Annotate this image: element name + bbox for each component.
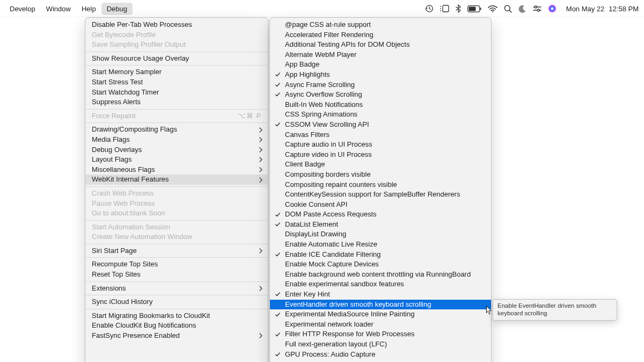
webkit-feature-item[interactable]: CSSOM View Scrolling API <box>270 120 491 130</box>
debug-menu-item[interactable]: Reset Top Sites <box>85 270 268 280</box>
checkmark-icon <box>275 312 280 317</box>
debug-menu-item[interactable]: Drawing/Compositing Flags <box>85 125 268 135</box>
debug-menu-item[interactable]: Show Resource Usage Overlay <box>85 54 268 64</box>
webkit-feature-item[interactable]: Enable Mock Capture Devices <box>270 259 491 270</box>
webkit-feature-item[interactable]: Capture video in UI Process <box>270 150 491 160</box>
debug-menu-item: Crash Web Process <box>85 189 268 199</box>
webkit-feature-item[interactable]: Compositing repaint counters visible <box>270 180 491 190</box>
debug-menu-item[interactable]: Start Migrating Bookmarks to CloudKit <box>85 311 268 321</box>
do-not-disturb-icon[interactable] <box>518 5 526 13</box>
webkit-feature-item[interactable]: Enter Key Hint <box>270 289 491 300</box>
menubar-app-items: DevelopWindowHelpDebug <box>4 3 133 15</box>
webkit-feature-item[interactable]: Canvas Filters <box>270 130 491 140</box>
debug-menu-item[interactable]: Start Stress Test <box>85 77 268 88</box>
webkit-feature-item[interactable]: Enable background web content throttling… <box>270 270 491 280</box>
bluetooth-icon[interactable] <box>456 4 461 13</box>
menu-item-label: Enable background web content throttling… <box>285 270 471 278</box>
siri-icon[interactable] <box>548 4 557 13</box>
control-center-icon[interactable] <box>533 5 541 12</box>
chevron-right-icon <box>259 127 262 133</box>
checkmark-icon <box>275 92 280 97</box>
spotlight-icon[interactable] <box>504 5 512 13</box>
debug-menu-item[interactable]: WebKit Internal Features <box>85 175 268 185</box>
checkmark-icon <box>275 73 280 77</box>
debug-menu-item[interactable]: Enable CloudKit Bug Notifications <box>85 321 268 331</box>
webkit-feature-item[interactable]: App Badge <box>270 60 491 70</box>
menu-separator <box>85 281 268 282</box>
debug-menu-item[interactable]: Recompute Top Sites <box>85 259 268 270</box>
webkit-feature-item[interactable]: Experimental MediaSource Inline Painting <box>270 309 491 320</box>
menu-item-label: FastSync Presence Enabled <box>92 331 180 339</box>
menu-item-label: Full next-generation layout (LFC) <box>285 340 387 348</box>
webkit-feature-item[interactable]: Cookie Consent API <box>270 200 491 210</box>
battery-icon[interactable] <box>467 5 481 12</box>
debug-menu-item: Go to about:blank Soon <box>85 208 268 219</box>
menu-item-label: Sync iCloud History <box>92 298 152 306</box>
menubar-item-develop[interactable]: Develop <box>4 3 41 15</box>
webkit-feature-item[interactable]: ContentKeySession support for SampleBuff… <box>270 190 491 200</box>
menu-item-label: EventHandler driven smooth keyboard scro… <box>285 300 431 308</box>
debug-menu-item[interactable]: Siri Start Page <box>85 246 268 256</box>
debug-menu-item[interactable]: FastSync Presence Enabled <box>85 331 268 341</box>
debug-menu-item[interactable]: Miscellaneous Flags <box>85 165 268 175</box>
menubar-item-debug[interactable]: Debug <box>101 3 133 15</box>
debug-menu-item[interactable]: Sync iCloud History <box>85 297 268 307</box>
webkit-feature-item[interactable]: EventHandler driven smooth keyboard scro… <box>270 300 491 310</box>
time-machine-icon[interactable] <box>425 4 434 13</box>
checkmark-icon <box>275 222 280 227</box>
menubar-item-help[interactable]: Help <box>76 3 101 15</box>
debug-menu-item[interactable]: Media Flags <box>85 135 268 145</box>
menu-item-label: CSS Spring Animations <box>285 110 357 118</box>
webkit-feature-item[interactable]: Filter HTTP Response for Web Processes <box>270 329 491 339</box>
webkit-feature-item[interactable]: Built-In Web Notifications <box>270 100 491 110</box>
debug-menu-item: Get Bytecode Profile <box>85 30 268 40</box>
stage-manager-icon[interactable] <box>440 5 449 12</box>
wifi-icon[interactable] <box>488 5 497 12</box>
webkit-internal-features-panel: @page CSS at-rule supportAccelerated Fil… <box>269 17 492 362</box>
menu-separator <box>85 122 268 123</box>
webkit-feature-item[interactable]: DisplayList Drawing <box>270 229 491 240</box>
webkit-feature-item[interactable]: Enable experimental sandbox features <box>270 279 491 289</box>
menubar-clock[interactable]: Mon May 22 12:58 PM <box>566 5 639 13</box>
webkit-feature-item[interactable]: Client Badge <box>270 160 491 170</box>
menubar-time: 12:58 PM <box>609 5 639 13</box>
webkit-feature-item[interactable]: Enable Automatic Live Resize <box>270 240 491 250</box>
debug-menu-item[interactable]: Start Memory Sampler <box>85 67 268 77</box>
debug-menu-item: Force Repaint⌥⌘ P <box>85 111 268 121</box>
debug-menu-item[interactable]: Start Watchdog Timer <box>85 88 268 98</box>
menu-item-label: Compositing repaint counters visible <box>285 180 397 189</box>
webkit-feature-item[interactable]: @page CSS at-rule support <box>270 20 491 30</box>
chevron-right-icon <box>259 147 262 153</box>
svg-line-10 <box>509 10 511 12</box>
webkit-feature-item[interactable]: Alternate WebM Player <box>270 50 491 60</box>
webkit-feature-item[interactable]: Experimental network loader <box>270 320 491 330</box>
webkit-feature-item[interactable]: DataList Element <box>270 220 491 230</box>
webkit-feature-item[interactable]: App Highlights <box>270 70 491 80</box>
menubar-item-window[interactable]: Window <box>41 3 76 15</box>
debug-menu-item[interactable]: Suppress Alerts <box>85 97 268 107</box>
menu-item-label: Layout Flags <box>92 155 131 163</box>
debug-menu-item[interactable]: Debug Overlays <box>85 145 268 155</box>
menu-item-label: Start Stress Test <box>92 78 143 86</box>
webkit-feature-item[interactable]: Async Frame Scrolling <box>270 80 491 90</box>
webkit-feature-item[interactable]: CSS Spring Animations <box>270 110 491 120</box>
webkit-feature-item[interactable]: GPU Process: Audio Capture <box>270 350 491 360</box>
menubar-status-icons: Mon May 22 12:58 PM <box>425 4 640 13</box>
webkit-feature-item[interactable]: Accelerated Filter Rendering <box>270 30 491 40</box>
webkit-feature-item[interactable]: Async Overflow Scrolling <box>270 90 491 100</box>
webkit-feature-item[interactable]: Compositing borders visible <box>270 170 491 180</box>
webkit-feature-item[interactable]: Additional Testing APIs for DOM Objects <box>270 40 491 50</box>
menu-item-label: Siri Start Page <box>92 247 137 255</box>
debug-menu-item: Save Sampling Profiler Output <box>85 40 268 50</box>
webkit-feature-item[interactable]: Enable ICE Candidate Filtering <box>270 250 491 260</box>
webkit-feature-item[interactable]: Full next-generation layout (LFC) <box>270 339 491 350</box>
debug-menu-item[interactable]: Extensions <box>85 284 268 294</box>
chevron-right-icon <box>259 286 262 291</box>
menu-item-label: Start Migrating Bookmarks to CloudKit <box>92 312 210 320</box>
debug-menu-item[interactable]: Disable Per-Tab Web Processes <box>85 20 268 30</box>
menu-item-label: Media Flags <box>92 135 130 143</box>
webkit-feature-item[interactable]: Capture audio in UI Process <box>270 140 491 150</box>
webkit-feature-item[interactable]: DOM Paste Access Requests <box>270 209 491 220</box>
menu-item-label: App Badge <box>285 60 319 68</box>
debug-menu-item[interactable]: Layout Flags <box>85 155 268 165</box>
